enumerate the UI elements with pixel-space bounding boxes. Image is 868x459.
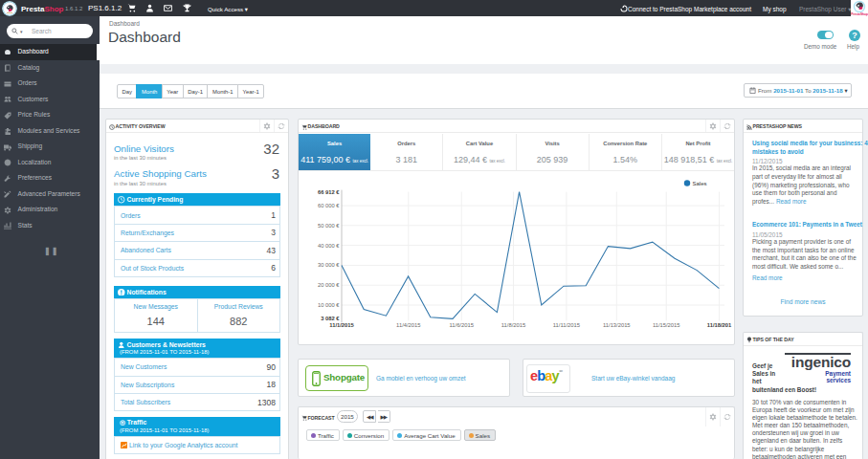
svg-text:11/18/201: 11/18/201 [707, 322, 732, 328]
svg-text:11/15/2015: 11/15/2015 [653, 322, 680, 328]
svg-text:11/13/2015: 11/13/2015 [603, 322, 631, 328]
svg-text:50 000 €: 50 000 € [318, 223, 340, 229]
svg-text:40 000 €: 40 000 € [318, 243, 340, 249]
svg-text:10 000 €: 10 000 € [318, 302, 340, 308]
svg-text:11/6/2015: 11/6/2015 [450, 322, 474, 328]
svg-text:11/8/2015: 11/8/2015 [501, 322, 525, 328]
svg-text:30 000 €: 30 000 € [318, 262, 340, 268]
svg-text:Sales: Sales [693, 181, 707, 186]
svg-text:60 000 €: 60 000 € [318, 203, 340, 208]
svg-text:PrestaShop: PrestaShop [851, 12, 868, 16]
svg-text:11/11/2015: 11/11/2015 [553, 322, 580, 328]
svg-text:11/4/2015: 11/4/2015 [396, 322, 420, 328]
svg-text:20 000 €: 20 000 € [318, 282, 340, 288]
svg-text:66 912 €: 66 912 € [318, 189, 340, 195]
svg-text:3 082 €: 3 082 € [321, 316, 340, 321]
svg-text:11/1/2015: 11/1/2015 [329, 322, 354, 328]
